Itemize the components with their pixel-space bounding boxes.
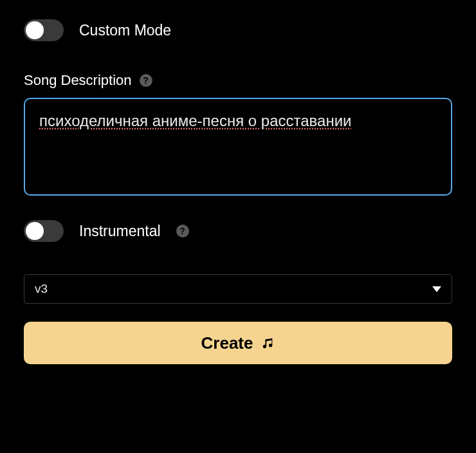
version-select[interactable]: v3 [24, 274, 452, 304]
help-icon[interactable]: ? [140, 74, 152, 87]
instrumental-toggle[interactable] [24, 220, 64, 242]
toggle-knob [26, 222, 44, 240]
create-button[interactable]: Create [24, 322, 452, 364]
version-selected-text: v3 [35, 282, 48, 296]
song-description-label: Song Description [24, 72, 132, 89]
music-icon [261, 336, 275, 350]
instrumental-label: Instrumental [79, 223, 161, 240]
chevron-down-icon [432, 286, 441, 292]
toggle-knob [26, 21, 44, 39]
create-button-label: Create [201, 333, 253, 353]
help-icon[interactable]: ? [176, 225, 189, 237]
custom-mode-label: Custom Mode [79, 22, 171, 39]
song-description-input[interactable]: психоделичная аниме-песня о расставании [24, 98, 452, 196]
custom-mode-toggle[interactable] [24, 19, 64, 41]
